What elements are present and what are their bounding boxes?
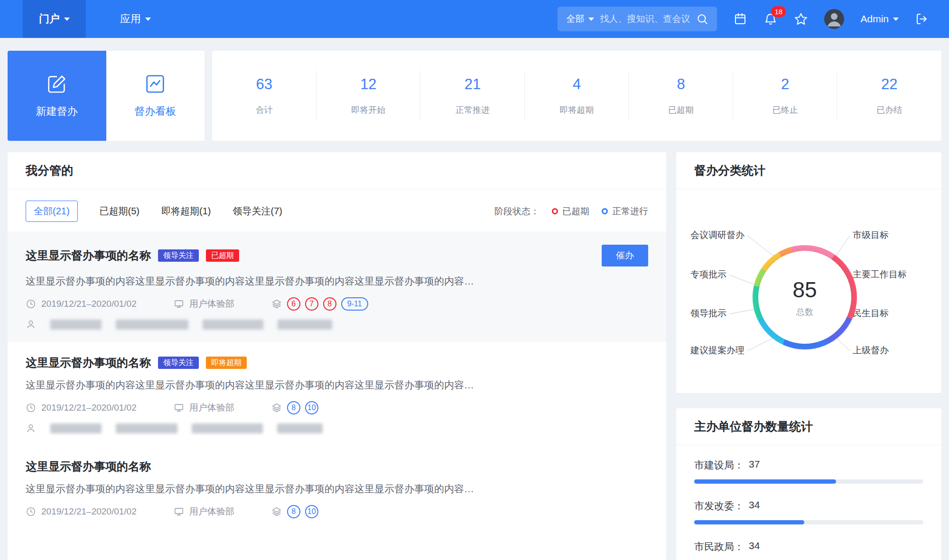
task-title[interactable]: 这里显示督办事项的名称 bbox=[26, 248, 151, 263]
task-title[interactable]: 这里显示督办事项的名称 bbox=[26, 459, 151, 474]
stat-label: 正常推进 bbox=[456, 104, 490, 116]
search-icon[interactable] bbox=[696, 13, 708, 25]
stage-number[interactable]: 8 bbox=[323, 297, 336, 311]
search-scope-dropdown[interactable]: 全部 bbox=[566, 13, 594, 25]
redacted-name bbox=[192, 423, 263, 433]
stat-overdue[interactable]: 8 已超期 bbox=[629, 76, 733, 116]
chevron-down-icon bbox=[145, 18, 151, 21]
monitor-icon bbox=[174, 506, 184, 517]
stat-completed[interactable]: 22 已办结 bbox=[837, 76, 941, 116]
category-label: 专项批示 bbox=[690, 268, 726, 281]
nav-menu-apps[interactable]: 应用 bbox=[104, 0, 167, 38]
stat-label: 已超期 bbox=[668, 104, 694, 116]
unit-value: 34 bbox=[749, 499, 760, 513]
clock-icon bbox=[26, 299, 36, 309]
task-date-range: 2019/12/21–2020/01/02 bbox=[26, 506, 137, 517]
top-navbar: 门户 应用 全部 bbox=[0, 0, 949, 38]
redacted-name bbox=[116, 320, 188, 330]
tab-leader-focus[interactable]: 领导关注(7) bbox=[233, 205, 282, 218]
notification-badge: 18 bbox=[771, 6, 786, 17]
calendar-icon[interactable] bbox=[733, 12, 747, 26]
task-assignees bbox=[26, 319, 648, 330]
stat-terminated[interactable]: 2 已终止 bbox=[733, 76, 837, 116]
layers-icon bbox=[271, 403, 282, 413]
legend-overdue: 已超期 bbox=[552, 205, 589, 218]
redacted-name bbox=[50, 320, 102, 330]
task-title[interactable]: 这里显示督办事项的名称 bbox=[26, 355, 151, 370]
search-input[interactable] bbox=[600, 14, 690, 24]
category-label: 领导批示 bbox=[690, 307, 726, 320]
stat-value: 22 bbox=[881, 76, 897, 93]
chevron-down-icon bbox=[64, 18, 70, 21]
monitor-icon bbox=[174, 403, 184, 413]
person-icon bbox=[26, 423, 36, 433]
nav-menu-portal-label: 门户 bbox=[39, 12, 60, 26]
task-item[interactable]: 这里显示督办事项的名称 这里显示督办事项的内容这里显示督办事项的内容这里显示督办… bbox=[8, 446, 666, 531]
category-label: 建议提案办理 bbox=[690, 344, 744, 357]
stage-number[interactable]: 10 bbox=[305, 505, 318, 518]
layers-icon bbox=[271, 506, 282, 517]
task-item[interactable]: 这里显示督办事项的名称 领导关注 已超期 催办 这里显示督办事项的内容这里显示督… bbox=[8, 231, 666, 342]
stage-number[interactable]: 7 bbox=[305, 297, 318, 311]
favorites-star-icon[interactable] bbox=[794, 12, 808, 26]
urge-button[interactable]: 催办 bbox=[602, 245, 648, 266]
task-item[interactable]: 这里显示督办事项的名称 领导关注 即将超期 这里显示督办事项的内容这里显示督办事… bbox=[8, 342, 666, 446]
category-card-title: 督办分类统计 bbox=[676, 152, 941, 189]
nav-menu-apps-label: 应用 bbox=[120, 12, 141, 26]
user-menu[interactable]: Admin bbox=[860, 13, 899, 25]
new-supervision-button[interactable]: 新建督办 bbox=[8, 51, 106, 141]
progress-track bbox=[694, 479, 923, 484]
stat-label: 已终止 bbox=[772, 104, 798, 116]
legend-normal: 正常进行 bbox=[602, 205, 648, 218]
stat-label: 合计 bbox=[256, 104, 273, 116]
stat-value: 4 bbox=[573, 76, 581, 93]
unit-name: 市建设局： bbox=[694, 459, 744, 472]
tab-overdue[interactable]: 已超期(5) bbox=[100, 205, 140, 218]
task-assignees bbox=[26, 423, 648, 433]
new-supervision-label: 新建督办 bbox=[36, 104, 78, 119]
stat-starting-soon[interactable]: 12 即将开始 bbox=[316, 76, 421, 116]
person-icon bbox=[26, 319, 36, 330]
stage-range[interactable]: 9-11 bbox=[341, 297, 368, 311]
user-name-label: Admin bbox=[860, 13, 889, 25]
supervision-board-button[interactable]: 督办看板 bbox=[106, 51, 205, 141]
nav-menu-portal[interactable]: 门户 bbox=[23, 0, 86, 38]
unit-stat-row: 市发改委： 34 bbox=[694, 499, 923, 524]
stat-label: 即将超期 bbox=[560, 104, 594, 116]
monitor-icon bbox=[174, 299, 184, 309]
progress-track bbox=[694, 520, 923, 524]
category-label: 上级督办 bbox=[853, 344, 889, 357]
unit-stats-card: 主办单位督办数量统计 市建设局： 37 市发改委： 34 bbox=[676, 408, 941, 560]
donut-total-label: 总数 bbox=[792, 306, 817, 318]
clock-icon bbox=[26, 403, 36, 413]
stat-value: 21 bbox=[465, 76, 481, 93]
stage-number[interactable]: 10 bbox=[305, 401, 318, 414]
redacted-name bbox=[277, 423, 323, 433]
unit-value: 34 bbox=[749, 540, 760, 553]
stat-due-soon[interactable]: 4 即将超期 bbox=[525, 76, 629, 116]
stage-number[interactable]: 8 bbox=[287, 401, 300, 414]
progress-fill bbox=[694, 479, 836, 484]
user-avatar[interactable] bbox=[824, 9, 844, 29]
notifications-bell-icon[interactable]: 18 bbox=[763, 12, 778, 26]
unit-value: 37 bbox=[749, 459, 760, 472]
stat-total[interactable]: 63 合计 bbox=[212, 76, 316, 116]
task-stages: 8 10 bbox=[271, 505, 318, 518]
redacted-name bbox=[278, 320, 332, 330]
quick-actions-card: 新建督办 督办看板 bbox=[8, 51, 205, 141]
stage-number[interactable]: 6 bbox=[287, 297, 300, 311]
logout-icon[interactable] bbox=[915, 12, 929, 26]
stage-number[interactable]: 8 bbox=[287, 505, 300, 518]
clock-icon bbox=[26, 506, 36, 517]
task-department: 用户体验部 bbox=[174, 402, 234, 414]
task-description: 这里显示督办事项的内容这里显示督办事项的内容这里显示督办事项的内容这里显示督办事… bbox=[26, 275, 538, 288]
unit-stat-row: 市民政局： 34 bbox=[694, 540, 923, 560]
panel-title: 我分管的 bbox=[8, 152, 666, 189]
tab-all[interactable]: 全部(21) bbox=[26, 201, 78, 222]
global-search[interactable]: 全部 bbox=[558, 7, 717, 31]
tab-due-soon[interactable]: 即将超期(1) bbox=[161, 205, 211, 218]
stat-label: 已办结 bbox=[876, 104, 902, 116]
red-dot-icon bbox=[552, 208, 558, 214]
layers-icon bbox=[271, 299, 282, 309]
stat-on-track[interactable]: 21 正常推进 bbox=[420, 76, 525, 116]
